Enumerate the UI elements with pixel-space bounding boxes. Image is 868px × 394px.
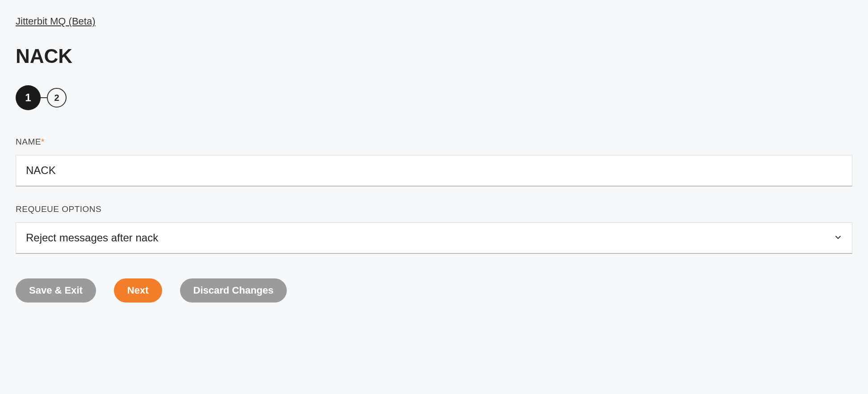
save-exit-button[interactable]: Save & Exit bbox=[16, 278, 96, 303]
step-2[interactable]: 2 bbox=[47, 88, 67, 108]
page-title: NACK bbox=[16, 45, 852, 67]
button-row: Save & Exit Next Discard Changes bbox=[16, 278, 852, 303]
name-label-text: NAME bbox=[16, 137, 41, 146]
required-asterisk: * bbox=[41, 137, 45, 146]
name-field-group: NAME* bbox=[16, 137, 852, 187]
requeue-select-wrapper: Reject messages after nack bbox=[16, 222, 852, 254]
name-input[interactable] bbox=[16, 155, 852, 187]
step-1[interactable]: 1 bbox=[16, 85, 41, 110]
name-label: NAME* bbox=[16, 137, 852, 147]
requeue-select[interactable]: Reject messages after nack bbox=[16, 222, 852, 254]
requeue-field-group: REQUEUE OPTIONS Reject messages after na… bbox=[16, 204, 852, 254]
breadcrumb-link[interactable]: Jitterbit MQ (Beta) bbox=[16, 16, 95, 27]
requeue-label: REQUEUE OPTIONS bbox=[16, 204, 852, 214]
stepper: 1 2 bbox=[16, 85, 852, 110]
discard-changes-button[interactable]: Discard Changes bbox=[180, 278, 287, 303]
next-button[interactable]: Next bbox=[114, 278, 162, 303]
step-connector bbox=[41, 97, 47, 98]
